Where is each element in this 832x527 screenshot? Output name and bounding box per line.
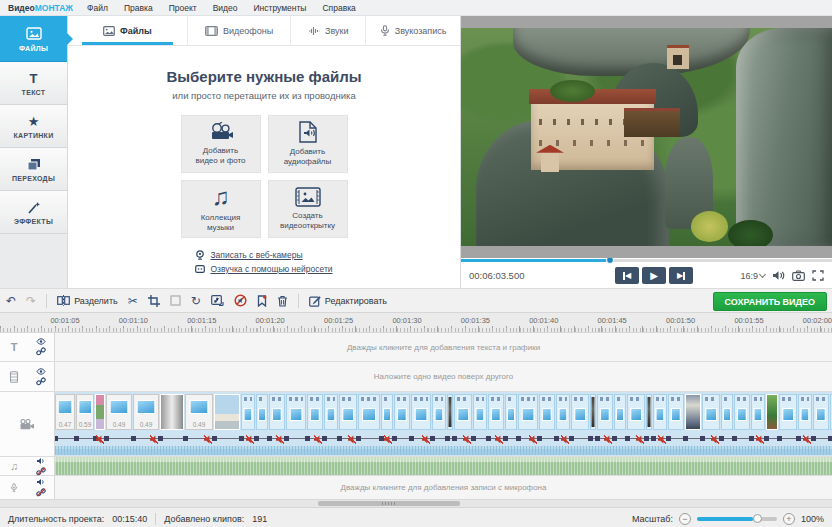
save-video-button[interactable]: СОХРАНИТЬ ВИДЕО [713, 292, 827, 311]
timeline-clip[interactable] [685, 394, 701, 430]
zoom-slider-handle[interactable] [753, 514, 762, 523]
delete-button[interactable] [277, 295, 288, 307]
add-video-photo-button[interactable]: Добавить видео и фото [181, 115, 261, 173]
playback-progress-bar[interactable] [461, 258, 832, 263]
link-off-icon[interactable] [36, 488, 46, 497]
volume-icon[interactable] [772, 270, 785, 281]
transition-marker[interactable] [813, 432, 829, 446]
video-track-body[interactable]: 0.470.590.490.490.49 [55, 392, 832, 456]
zoom-in-button[interactable]: + [783, 513, 795, 525]
tab-sounds[interactable]: Звуки [291, 16, 366, 45]
timeline-scrollbar[interactable] [0, 500, 832, 507]
zoom-out-button[interactable]: − [679, 513, 691, 525]
timeline-clip[interactable] [751, 394, 765, 430]
transition-marker[interactable] [185, 432, 213, 446]
menu-item[interactable]: Видео [213, 3, 238, 13]
ai-voiceover-link[interactable]: Озвучка с помощью нейросети [195, 264, 332, 274]
timeline-clip[interactable] [324, 394, 338, 430]
timeline-clip[interactable] [269, 394, 285, 430]
text-track-body[interactable]: Дважды кликните для добавления текста и … [55, 333, 832, 361]
transition-marker[interactable] [411, 432, 431, 446]
timeline-clip[interactable] [454, 394, 472, 430]
aspect-ratio-dropdown[interactable]: 16:9 [740, 271, 765, 281]
timeline-clip[interactable] [556, 394, 570, 430]
speaker-icon[interactable] [36, 457, 46, 465]
transition-marker[interactable] [55, 432, 75, 446]
transition-marker[interactable] [160, 432, 184, 446]
create-video-postcard-button[interactable]: Создать видеооткрытку [268, 180, 348, 238]
sidebar-item-text[interactable]: T ТЕКСТ [0, 62, 67, 105]
sidebar-item-transitions[interactable]: ПЕРЕХОДЫ [0, 148, 67, 191]
rotate-button[interactable]: ↻ [191, 295, 201, 307]
timeline-clip[interactable] [646, 394, 652, 430]
overlay-track-body[interactable]: Наложите одно видео поверх другого [55, 362, 832, 391]
edit-button[interactable]: Редактировать [309, 295, 387, 307]
sidebar-item-pictures[interactable]: ★ КАРТИНКИ [0, 105, 67, 148]
timeline-clip[interactable] [160, 394, 184, 430]
speaker-icon[interactable] [36, 478, 46, 486]
transition-marker[interactable] [432, 432, 446, 446]
timeline-clip[interactable] [766, 394, 778, 430]
split-button[interactable]: Разделить [57, 295, 118, 306]
timeline-clip[interactable] [597, 394, 613, 430]
transition-marker[interactable] [597, 432, 613, 446]
transition-marker[interactable] [307, 432, 323, 446]
transition-marker[interactable] [394, 432, 410, 446]
timeline-clip[interactable] [668, 394, 684, 430]
timeline-clip[interactable] [241, 394, 255, 430]
transition-marker[interactable] [488, 432, 504, 446]
transition-marker[interactable] [324, 432, 338, 446]
timeline-clip[interactable] [381, 394, 393, 430]
timeline-clip[interactable] [339, 394, 357, 430]
timeline-clip[interactable] [734, 394, 750, 430]
record-webcam-link[interactable]: Записать с веб-камеры [195, 250, 332, 260]
timeline-clip[interactable] [488, 394, 504, 430]
timeline-clip[interactable]: 0.49 [185, 394, 213, 430]
transition-marker[interactable] [539, 432, 555, 446]
transition-marker[interactable] [798, 432, 812, 446]
timeline-clip[interactable]: 0.49 [133, 394, 159, 430]
bookmark-button[interactable] [257, 295, 267, 307]
transition-marker[interactable] [571, 432, 589, 446]
next-frame-button[interactable]: ▶ [669, 267, 693, 284]
timeline-clip[interactable] [307, 394, 323, 430]
timeline-clip[interactable] [813, 394, 829, 430]
transition-marker[interactable] [269, 432, 285, 446]
transition-marker[interactable] [702, 432, 720, 446]
music-collection-button[interactable]: ♫ Коллекция музыки [181, 180, 261, 238]
timeline-clip[interactable] [539, 394, 555, 430]
snapshot-camera-icon[interactable] [792, 270, 805, 281]
timeline-clip[interactable] [653, 394, 667, 430]
timeline-clip[interactable] [394, 394, 410, 430]
timeline-clip[interactable] [518, 394, 538, 430]
timeline-clip[interactable] [432, 394, 446, 430]
transition-marker[interactable] [214, 432, 240, 446]
menu-item[interactable]: Правка [124, 3, 153, 13]
timeline-clip[interactable]: 0.47 [55, 394, 75, 430]
undo-button[interactable]: ↶ [6, 295, 16, 307]
tab-files[interactable]: Файлы [68, 16, 188, 45]
transition-marker[interactable] [518, 432, 538, 446]
transition-marker[interactable] [779, 432, 797, 446]
play-button[interactable]: ▶ [642, 267, 666, 284]
link-icon[interactable] [36, 377, 46, 386]
timeline-clip[interactable]: 0.59 [76, 394, 94, 430]
zoom-slider[interactable] [697, 517, 777, 521]
microphone-track-body[interactable]: Дважды кликните для добавления записи с … [55, 476, 832, 499]
menu-item[interactable]: Инструменты [253, 3, 306, 13]
transition-marker[interactable] [556, 432, 570, 446]
freeze-frame-button[interactable] [170, 295, 181, 306]
transition-marker[interactable] [106, 432, 132, 446]
tab-voice-record[interactable]: Звукозапись [366, 16, 460, 45]
transition-marker[interactable] [339, 432, 357, 446]
clip-sound-button[interactable] [211, 295, 224, 307]
transition-marker[interactable] [653, 432, 667, 446]
tab-video-backgrounds[interactable]: Видеофоны [188, 16, 292, 45]
timeline-clip[interactable] [721, 394, 733, 430]
fullscreen-icon[interactable] [812, 270, 824, 281]
transition-marker[interactable] [734, 432, 750, 446]
crop-button[interactable] [148, 295, 160, 307]
transition-marker[interactable] [133, 432, 159, 446]
timeline-clip[interactable] [447, 394, 453, 430]
transition-marker[interactable] [76, 432, 94, 446]
